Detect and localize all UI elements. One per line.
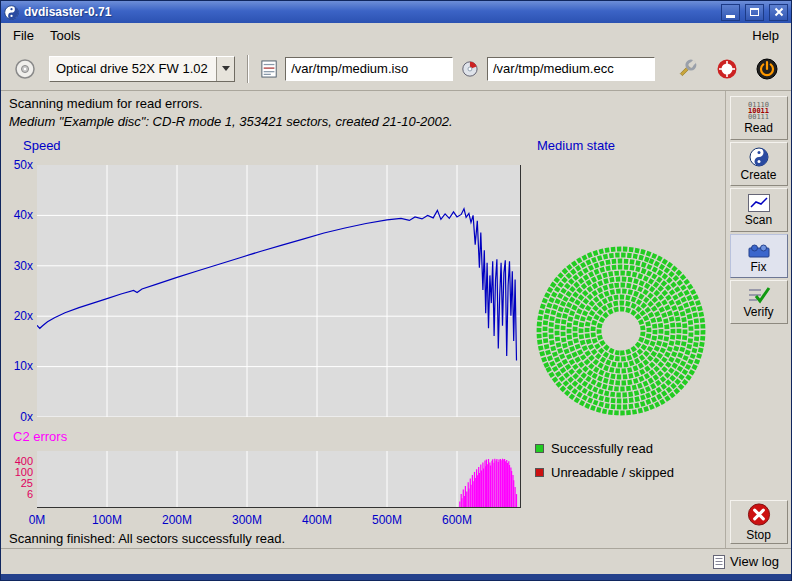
scan-chart-icon <box>748 194 770 212</box>
iso-image-icon <box>261 59 277 79</box>
stop-label: Stop <box>746 528 771 542</box>
view-log-button[interactable]: View log <box>709 552 783 571</box>
puzzle-icon <box>747 239 771 259</box>
speed-ytick: 0x <box>1 410 33 424</box>
window-frame-bottom <box>1 574 791 580</box>
titlebar[interactable]: dvdisaster-0.71 <box>1 1 791 23</box>
status-line-1: Scanning medium for read errors. <box>9 96 203 111</box>
drive-select-value: Optical drive 52X FW 1.02 <box>50 57 216 81</box>
toolbar: Optical drive 52X FW 1.02 <box>1 47 791 91</box>
xtick: 500M <box>367 513 407 527</box>
speed-ytick: 30x <box>1 259 33 273</box>
lifebuoy-icon <box>716 58 738 80</box>
close-button[interactable] <box>769 4 788 21</box>
menu-tools[interactable]: Tools <box>42 25 88 46</box>
menu-help[interactable]: Help <box>744 25 787 46</box>
c2-plot <box>37 451 520 507</box>
content: Scanning medium for read errors. Medium … <box>1 91 791 548</box>
speed-ytick: 40x <box>1 208 33 222</box>
main-area: Scanning medium for read errors. Medium … <box>1 91 725 548</box>
legend-unreadable-label: Unreadable / skipped <box>551 465 674 480</box>
binary-read-icon: 01110 10011 00111 <box>748 102 769 120</box>
ecc-file-icon <box>461 59 479 79</box>
speed-curve <box>37 165 520 417</box>
menubar: File Tools Help <box>1 23 791 47</box>
power-icon <box>755 57 779 81</box>
c2-errors-title: C2 errors <box>13 429 67 444</box>
yinyang-icon <box>749 147 769 167</box>
fix-label: Fix <box>751 260 767 274</box>
action-sidebar: 01110 10011 00111 Read Create <box>725 91 791 548</box>
c2-spikes <box>37 451 520 507</box>
legend-success-swatch <box>535 444 544 453</box>
stop-x-icon <box>746 502 772 527</box>
medium-state-title: Medium state <box>537 138 615 153</box>
legend-unreadable: Unreadable / skipped <box>535 465 674 480</box>
fix-button[interactable]: Fix <box>730 234 788 278</box>
drive-select[interactable]: Optical drive 52X FW 1.02 <box>49 56 235 82</box>
about-button[interactable] <box>711 52 743 86</box>
stop-button[interactable]: Stop <box>730 500 788 544</box>
toolbar-separator <box>247 55 249 83</box>
legend-success-label: Successfully read <box>551 441 653 456</box>
xtick: 600M <box>437 513 477 527</box>
plot-bottom-axis <box>37 507 521 508</box>
verify-button[interactable]: Verify <box>730 280 788 324</box>
minimize-button[interactable] <box>721 4 740 21</box>
medium-state-disc <box>535 245 707 417</box>
app-window: dvdisaster-0.71 File Tools Help Optical … <box>0 0 792 581</box>
chevron-down-icon <box>222 66 230 71</box>
xtick: 200M <box>157 513 197 527</box>
legend-success: Successfully read <box>535 441 653 456</box>
wrench-icon <box>676 58 698 80</box>
maximize-icon <box>750 8 759 16</box>
verify-check-icon <box>747 286 771 304</box>
window-title: dvdisaster-0.71 <box>24 5 716 19</box>
view-log-label: View log <box>730 554 779 569</box>
drive-button[interactable] <box>9 52 41 86</box>
drive-select-arrow[interactable] <box>216 57 234 81</box>
c2-ytick: 6 <box>1 488 33 500</box>
plot-right-axis <box>520 165 521 507</box>
quit-button[interactable] <box>751 52 783 86</box>
disc-sectors-graphic <box>535 245 707 417</box>
xtick: 300M <box>227 513 267 527</box>
disc-icon <box>13 57 37 81</box>
speed-ytick: 20x <box>1 309 33 323</box>
create-label: Create <box>740 168 776 182</box>
maximize-button[interactable] <box>745 4 764 21</box>
menu-file[interactable]: File <box>5 25 42 46</box>
speed-plot <box>37 165 520 417</box>
xtick: 400M <box>297 513 337 527</box>
verify-label: Verify <box>743 305 773 319</box>
speed-chart-title: Speed <box>23 138 61 153</box>
read-button[interactable]: 01110 10011 00111 Read <box>730 96 788 140</box>
speed-ytick: 10x <box>1 359 33 373</box>
statusbar: View log <box>1 548 791 574</box>
read-label: Read <box>744 121 773 135</box>
minimize-icon <box>726 15 735 18</box>
ecc-path-input[interactable] <box>487 57 655 81</box>
legend-unreadable-swatch <box>535 468 544 477</box>
app-yinyang-icon <box>4 5 19 20</box>
scan-button[interactable]: Scan <box>730 188 788 232</box>
speed-ytick: 50x <box>1 158 33 172</box>
create-button[interactable]: Create <box>730 142 788 186</box>
iso-path-input[interactable] <box>285 57 453 81</box>
close-icon <box>774 7 784 17</box>
status-line-2: Medium "Example disc": CD-R mode 1, 3534… <box>9 114 453 129</box>
scan-result-text: Scanning finished: All sectors successfu… <box>9 531 285 546</box>
scan-label: Scan <box>745 213 772 227</box>
log-document-icon <box>713 555 725 569</box>
preferences-button[interactable] <box>671 52 703 86</box>
xtick: 0M <box>17 513 57 527</box>
xtick: 100M <box>87 513 127 527</box>
